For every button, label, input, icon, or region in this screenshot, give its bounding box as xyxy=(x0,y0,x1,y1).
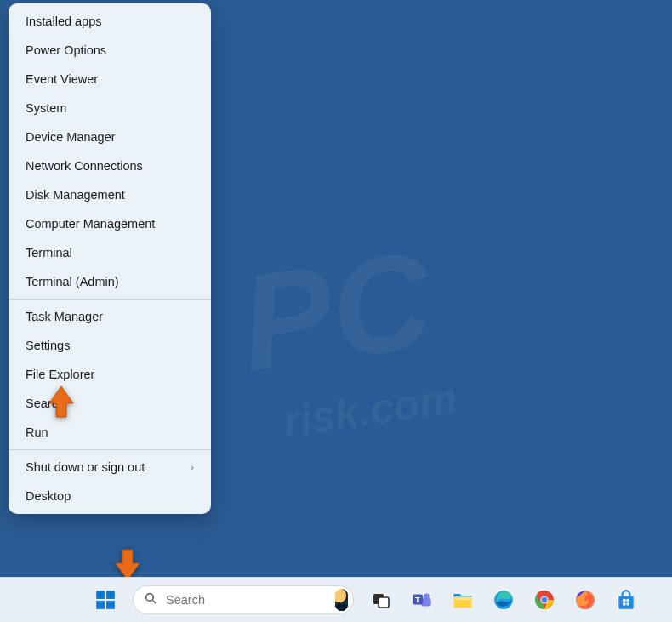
menu-item-label: Run xyxy=(26,425,48,439)
file-explorer-icon[interactable] xyxy=(449,586,476,613)
edge-icon[interactable] xyxy=(490,586,517,613)
menu-item-task-manager[interactable]: Task Manager xyxy=(9,302,211,331)
svg-rect-2 xyxy=(96,601,105,609)
menu-item-label: File Explorer xyxy=(26,368,94,381)
menu-item-terminal-admin[interactable]: Terminal (Admin) xyxy=(9,267,211,296)
taskbar-search-box[interactable] xyxy=(133,585,354,614)
svg-rect-22 xyxy=(627,602,629,605)
teams-icon[interactable]: T xyxy=(408,586,436,613)
menu-item-label: Task Manager xyxy=(26,310,103,323)
svg-rect-0 xyxy=(96,591,105,599)
menu-item-label: Computer Management xyxy=(26,217,155,231)
svg-text:T: T xyxy=(415,596,420,604)
task-view-icon[interactable] xyxy=(367,586,395,613)
menu-item-disk-management[interactable]: Disk Management xyxy=(9,180,211,209)
svg-rect-1 xyxy=(106,591,115,599)
annotation-arrow-settings xyxy=(47,385,76,419)
menu-item-desktop[interactable]: Desktop xyxy=(9,482,211,511)
menu-item-label: System xyxy=(26,101,66,115)
svg-point-17 xyxy=(542,597,548,603)
search-highlight-thumb[interactable] xyxy=(335,589,348,611)
chevron-right-icon: › xyxy=(191,462,194,472)
watermark-sub: risk.com xyxy=(280,374,460,447)
start-button[interactable] xyxy=(92,586,119,613)
menu-item-event-viewer[interactable]: Event Viewer xyxy=(9,65,211,94)
menu-item-label: Terminal (Admin) xyxy=(26,275,119,288)
svg-rect-3 xyxy=(106,601,115,609)
menu-item-label: Network Connections xyxy=(26,159,143,173)
taskbar: T xyxy=(0,577,672,622)
menu-item-label: Shut down or sign out xyxy=(26,460,145,474)
menu-item-label: Device Manager xyxy=(26,130,116,144)
menu-item-network-connections[interactable]: Network Connections xyxy=(9,151,211,180)
menu-item-run[interactable]: Run xyxy=(9,418,211,447)
watermark: PC xyxy=(231,220,441,402)
menu-divider xyxy=(9,299,211,300)
store-icon[interactable] xyxy=(612,586,640,613)
menu-item-label: Settings xyxy=(26,339,70,352)
search-icon xyxy=(144,591,157,608)
menu-item-terminal[interactable]: Terminal xyxy=(9,238,211,267)
menu-item-shutdown[interactable]: Shut down or sign out› xyxy=(9,453,211,482)
chrome-icon[interactable] xyxy=(531,586,558,613)
menu-item-label: Installed apps xyxy=(26,14,101,28)
menu-item-label: Desktop xyxy=(26,489,71,503)
svg-line-5 xyxy=(153,601,156,603)
menu-item-search[interactable]: Search xyxy=(9,389,211,418)
menu-item-file-explorer[interactable]: File Explorer xyxy=(9,360,211,389)
svg-point-4 xyxy=(146,594,154,602)
taskbar-search-input[interactable] xyxy=(166,593,327,607)
start-context-menu: Installed appsPower OptionsEvent ViewerS… xyxy=(9,3,211,514)
firefox-icon[interactable] xyxy=(572,586,599,613)
svg-rect-13 xyxy=(454,597,472,601)
menu-item-installed-apps[interactable]: Installed apps xyxy=(9,7,211,36)
menu-item-settings[interactable]: Settings xyxy=(9,331,211,360)
menu-item-system[interactable]: System xyxy=(9,94,211,123)
menu-item-label: Event Viewer xyxy=(26,72,98,86)
menu-item-label: Disk Management xyxy=(26,188,125,202)
svg-rect-19 xyxy=(623,599,625,602)
svg-rect-20 xyxy=(627,599,629,602)
menu-divider xyxy=(9,449,211,450)
menu-item-power-options[interactable]: Power Options xyxy=(9,36,211,65)
menu-item-computer-management[interactable]: Computer Management xyxy=(9,209,211,238)
svg-rect-21 xyxy=(623,602,625,605)
menu-item-device-manager[interactable]: Device Manager xyxy=(9,123,211,151)
svg-rect-7 xyxy=(379,597,389,608)
menu-item-label: Terminal xyxy=(26,246,72,260)
menu-item-label: Power Options xyxy=(26,43,106,57)
